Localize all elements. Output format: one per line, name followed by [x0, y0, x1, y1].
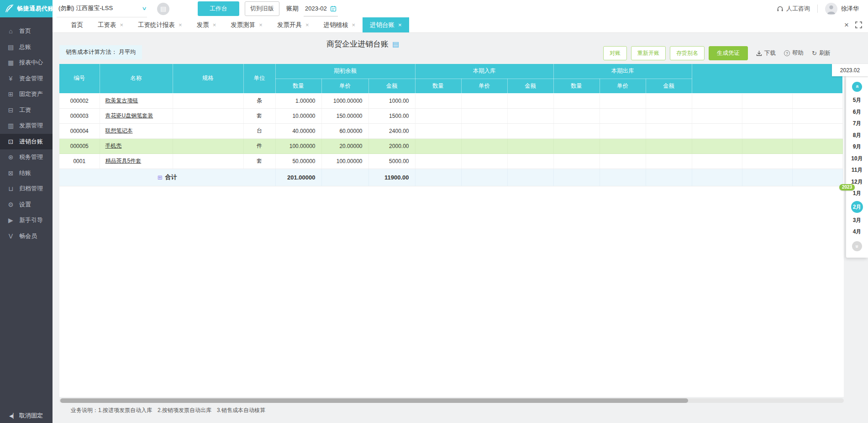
col-header-name[interactable]: 名称: [100, 64, 173, 93]
funds-icon: ¥: [7, 75, 15, 82]
make-voucher-button[interactable]: 生成凭证: [709, 46, 748, 60]
company-selector[interactable]: (勿删) 江西服宝-LSS ∨: [57, 0, 147, 17]
close-icon[interactable]: ×: [305, 21, 309, 28]
sidebar-item-home[interactable]: ⌂首页: [0, 23, 53, 39]
current-period-chip[interactable]: 2023.02: [832, 64, 868, 76]
sidebar-item-guide[interactable]: ▶新手引导: [0, 212, 53, 228]
sidebar-item-invoice[interactable]: ▥发票管理: [0, 118, 53, 134]
month-item-oct[interactable]: 10月: [846, 153, 868, 164]
close-icon[interactable]: ×: [352, 21, 355, 28]
tab-payroll-report[interactable]: 工资统计报表×: [131, 17, 189, 32]
sidebar-item-inventory-ledger[interactable]: ⊡进销台账: [0, 134, 53, 150]
brand-logo-icon: [4, 4, 14, 14]
sidebar-item-closing[interactable]: ⊠结账: [0, 165, 53, 181]
month-picker-panel: » 5月 6月 7月 8月 9月 10月 11月 12月 2023 1月 2月 …: [846, 76, 868, 258]
scroll-up-button[interactable]: »: [852, 82, 862, 92]
item-name-link[interactable]: 手机壳: [105, 143, 122, 149]
month-item-apr[interactable]: 4月: [846, 227, 868, 237]
opening-qty: 50.00000: [275, 153, 321, 169]
subcol-opening-qty[interactable]: 数量: [275, 79, 321, 93]
close-icon[interactable]: ×: [398, 21, 402, 28]
tab-invoice[interactable]: 发票×: [189, 17, 224, 32]
opening-qty: 100.00000: [275, 138, 321, 153]
month-item-may[interactable]: 5月: [846, 95, 868, 106]
subcol-in-qty[interactable]: 数量: [415, 79, 461, 93]
sidebar-item-tax[interactable]: ⊛税务管理: [0, 149, 53, 165]
subcol-in-amount[interactable]: 金额: [507, 79, 553, 93]
horizontal-scrollbar-thumb[interactable]: [60, 398, 688, 403]
horizontal-scrollbar-track[interactable]: [59, 398, 844, 403]
unpin-sidebar-button[interactable]: ◀▏ 取消固定: [0, 412, 53, 420]
tab-home[interactable]: 首页: [63, 17, 90, 32]
subcol-out-qty[interactable]: 数量: [553, 79, 600, 93]
fullscreen-icon[interactable]: [855, 21, 862, 28]
tab-purchase-sales-audit[interactable]: 进销稽核×: [316, 17, 363, 32]
month-item-aug[interactable]: 8月: [846, 130, 868, 141]
month-item-jul[interactable]: 7月: [846, 118, 868, 129]
help-button[interactable]: ? 帮助: [784, 49, 804, 57]
month-item-mar[interactable]: 3月: [846, 215, 868, 226]
subcol-out-price[interactable]: 单价: [600, 79, 646, 93]
item-name-link[interactable]: 精品茶具5件套: [105, 158, 142, 164]
sidebar-item-funds[interactable]: ¥资金管理: [0, 71, 53, 87]
close-icon[interactable]: ×: [120, 21, 124, 28]
table-row[interactable]: 0001 精品茶具5件套 套 50.00000 100.00000 5000.0…: [59, 153, 842, 169]
support-button[interactable]: 人工咨询: [777, 5, 810, 13]
subcol-opening-price[interactable]: 单价: [321, 79, 368, 93]
sidebar-item-general-ledger[interactable]: ▤总账: [0, 39, 53, 55]
tab-invoice-issue[interactable]: 发票开具×: [270, 17, 316, 32]
workbench-button[interactable]: 工作台: [198, 1, 239, 16]
tab-inventory-ledger[interactable]: 进销台账×: [363, 17, 409, 32]
subcol-in-price[interactable]: 单价: [461, 79, 507, 93]
stock-alias-button[interactable]: 存货别名: [670, 46, 705, 60]
reopen-books-button[interactable]: 重新开账: [631, 46, 666, 60]
period-selector[interactable]: 2023-02: [304, 1, 338, 16]
col-header-spec[interactable]: 规格: [173, 64, 243, 93]
sidebar-item-archive[interactable]: ⊔归档管理: [0, 181, 53, 197]
table-row-highlighted[interactable]: 000005 手机壳 件 100.00000 20.00000 2000.00: [59, 138, 842, 153]
item-code: 000003: [59, 108, 100, 123]
month-item-jun[interactable]: 6月: [846, 107, 868, 117]
reconcile-button[interactable]: 对账: [603, 46, 627, 60]
tab-invoice-calc[interactable]: 发票测算×: [223, 17, 270, 32]
item-name-link[interactable]: 联想笔记本: [105, 127, 133, 134]
item-code: 000002: [59, 93, 100, 108]
switch-old-version-button[interactable]: 切到旧版: [245, 1, 279, 16]
table-row[interactable]: 000002 欧美复古项链 条 1.00000 1000.00000 1000.…: [59, 93, 842, 108]
item-unit: 条: [243, 93, 275, 108]
table-row[interactable]: 000003 青花瓷U盘钢笔套装 套 10.00000 150.00000 15…: [59, 108, 842, 123]
refresh-button[interactable]: ↻ 刷新: [812, 49, 831, 57]
item-name-link[interactable]: 青花瓷U盘钢笔套装: [105, 112, 153, 119]
close-icon[interactable]: ×: [179, 21, 182, 28]
month-item-feb-selected[interactable]: 2月: [851, 201, 863, 213]
sidebar-item-settings[interactable]: ⚙设置: [0, 197, 53, 213]
table-row[interactable]: 000004 联想笔记本 台 40.00000 60.00000 2400.00: [59, 123, 842, 138]
sidebar-item-fixed-assets[interactable]: ⊞固定资产: [0, 86, 53, 102]
download-button[interactable]: 下载: [756, 49, 776, 57]
topbar-right: 人工咨询 徐泽华: [777, 3, 859, 15]
avatar[interactable]: [825, 3, 837, 15]
document-icon[interactable]: ▤: [392, 40, 399, 48]
sidebar-item-payroll[interactable]: ⊟工资: [0, 102, 53, 118]
scroll-down-button[interactable]: »: [852, 241, 862, 251]
user-name[interactable]: 徐泽华: [841, 5, 859, 13]
year-badge: 2023: [839, 184, 855, 190]
opening-amount: 1000.00: [368, 93, 415, 108]
close-icon[interactable]: ×: [844, 21, 849, 29]
sidebar-item-report-center[interactable]: ▦报表中心: [0, 55, 53, 71]
tab-payroll-sheet[interactable]: 工资表×: [90, 17, 131, 32]
col-header-unit[interactable]: 单位: [243, 64, 275, 93]
month-item-nov[interactable]: 11月: [846, 165, 868, 175]
subcol-out-amount[interactable]: 金额: [646, 79, 692, 93]
clipboard-icon[interactable]: ▤: [157, 3, 169, 15]
sidebar-nav: ⌂首页 ▤总账 ▦报表中心 ¥资金管理 ⊞固定资产 ⊟工资 ▥发票管理 ⊡进销台…: [0, 17, 53, 244]
subcol-opening-amount[interactable]: 金额: [368, 79, 415, 93]
close-icon[interactable]: ×: [213, 21, 216, 28]
close-icon[interactable]: ×: [259, 21, 263, 28]
item-name-link[interactable]: 欧美复古项链: [105, 97, 138, 104]
month-item-sep[interactable]: 9月: [846, 142, 868, 152]
col-header-code[interactable]: 编号: [59, 64, 100, 93]
item-name-cell: 联想笔记本: [100, 123, 173, 138]
sidebar-item-member[interactable]: Ⅴ畅会员: [0, 228, 53, 244]
app-logo[interactable]: 畅捷通易代账: [0, 0, 53, 17]
